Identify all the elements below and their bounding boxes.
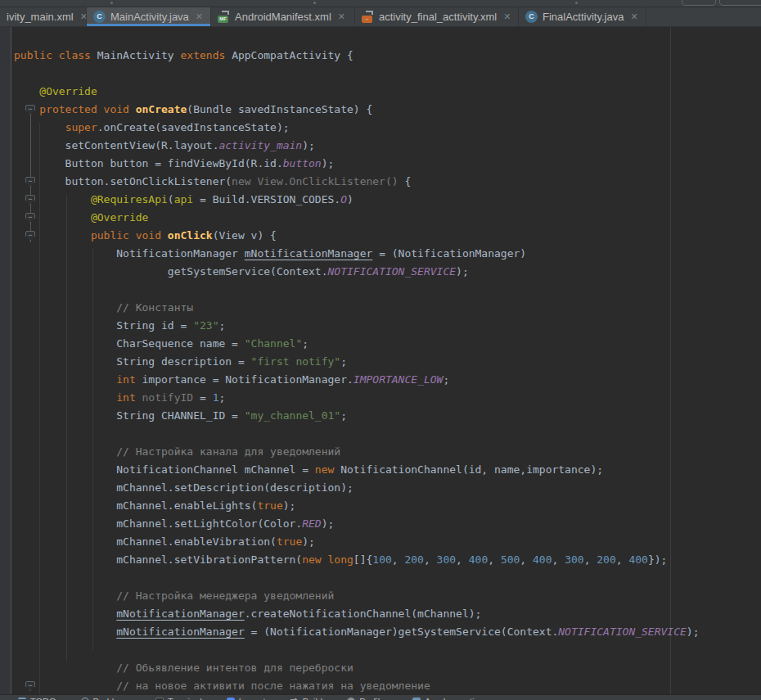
code-line: // Настройка канала для уведомлений [14, 443, 700, 461]
code-line: protected void onCreate(Bundle savedInst… [14, 101, 700, 119]
tab-label: AndroidManifest.xml [235, 11, 331, 23]
tool-window-label: Profiler [359, 697, 388, 700]
close-tab-icon[interactable]: ✕ [503, 11, 511, 22]
toolbar-icon[interactable] [110, 2, 113, 4]
code-line: button.setOnClickListener(new View.OnCli… [14, 173, 700, 191]
code-line: // Константы [14, 299, 700, 317]
code-line: setContentView(R.layout.activity_main); [14, 137, 700, 155]
code-line: @Override [14, 209, 700, 227]
code-line [14, 65, 700, 83]
code-line: public void onClick(View v) { [14, 227, 700, 245]
code-line: NotificationManager mNotificationManager… [14, 245, 700, 263]
run-button-group[interactable] [682, 0, 716, 6]
editor-tab-bar: ivity_main.xml✕CMainActivity.java✕MFAndr… [0, 7, 761, 27]
tool-window-button-terminal[interactable]: Terminal [155, 697, 202, 700]
tab-label: ivity_main.xml [7, 11, 74, 23]
code-line: mNotificationManager.createNotificationC… [14, 605, 700, 623]
code-line: int importance = NotificationManager.IMP… [14, 371, 700, 389]
code-line [14, 425, 700, 443]
code-line [14, 569, 700, 587]
close-tab-icon[interactable]: ✕ [630, 11, 637, 22]
close-tab-icon[interactable]: ✕ [338, 11, 345, 22]
tab-activity-final-acttivity-xml[interactable]: ··activity_final_acttivity.xml✕ [355, 7, 519, 26]
tab-androidmanifest-xml[interactable]: MFAndroidManifest.xml✕ [211, 7, 355, 26]
code-line: Button button = findViewById(R.id.button… [14, 155, 700, 173]
tool-window-button-todo[interactable]: TODO [18, 697, 56, 700]
code-line: super.onCreate(savedInstanceState); [14, 119, 700, 137]
code-line: // Настройка менеджера уведомлений [14, 587, 700, 605]
code-line: public class MainActivity extends AppCom… [14, 47, 700, 65]
code-line: @Override [14, 83, 700, 101]
code-line: NotificationChannel mChannel = new Notif… [14, 461, 700, 479]
code-line: String id = "23"; [14, 317, 700, 335]
code-line: // Обьявление интентов для переброски [14, 659, 700, 677]
main-toolbar [0, 0, 761, 7]
code-area[interactable]: public class MainActivity extends AppCom… [0, 47, 700, 694]
code-line: getSystemService(Context.NOTIFICATION_SE… [14, 263, 700, 281]
tool-window-button-app-inspection[interactable]: App Inspection [412, 697, 484, 700]
toolbar-icon[interactable] [575, 2, 578, 4]
code-line: // на новое активити после нажатия на ув… [14, 677, 700, 694]
code-line: mChannel.setVibrationPattern(new long[]{… [14, 551, 700, 569]
close-tab-icon[interactable]: ✕ [80, 11, 87, 22]
tool-window-label: Problems [93, 697, 131, 700]
tool-window-label: Logcat [239, 697, 266, 700]
tool-window-button-logcat[interactable]: Logcat [227, 697, 266, 700]
code-line: mChannel.setDescription(description); [14, 479, 700, 497]
tool-window-label: Terminal [168, 697, 202, 700]
tool-window-button-problems[interactable]: Problems [81, 697, 131, 700]
tool-window-label: App Inspection [425, 697, 484, 700]
code-line: mChannel.enableVibration(true); [14, 533, 700, 551]
code-line: mNotificationManager = (NotificationMana… [14, 623, 700, 641]
device-button-group[interactable] [719, 0, 761, 6]
code-line: mChannel.setLightColor(Color.RED); [14, 515, 700, 533]
tool-window-label: TODO [30, 697, 56, 700]
code-line: mChannel.enableLights(true); [14, 497, 700, 515]
code-line [14, 641, 700, 659]
tool-window-bar: TODOProblemsTerminalLogcatBuildProfilerA… [0, 694, 761, 700]
code-line: String description = "first notify"; [14, 353, 700, 371]
tab-finalacttivity-java[interactable]: CFinalActtivity.java✕ [519, 7, 646, 26]
tab-label: FinalActtivity.java [543, 11, 624, 23]
tab-mainactivity-java[interactable]: CMainActivity.java✕ [87, 7, 211, 26]
close-tab-icon[interactable]: ✕ [196, 11, 203, 22]
tab-label: MainActivity.java [110, 11, 189, 23]
manifest-file-icon: MF [218, 11, 230, 23]
layout-file-icon: ·· [362, 11, 374, 23]
code-line: @RequiresApi(api = Build.VERSION_CODES.O… [14, 191, 700, 209]
java-class-icon: C [525, 11, 538, 23]
java-class-icon: C [93, 11, 106, 23]
tab-label: activity_final_acttivity.xml [379, 11, 497, 23]
tool-window-button-profiler[interactable]: Profiler [347, 697, 388, 700]
ide-window: ivity_main.xml✕CMainActivity.java✕MFAndr… [0, 0, 761, 700]
code-line: int notifyID = 1; [14, 389, 700, 407]
tool-window-label: Build [303, 697, 322, 700]
code-line: String CHANNEL_ID = "my_channel_01"; [14, 407, 700, 425]
code-line: CharSequence name = "Channel"; [14, 335, 700, 353]
code-editor[interactable]: public class MainActivity extends AppCom… [0, 27, 761, 694]
toolbar-icon[interactable] [313, 2, 316, 4]
tab-ivity-main-xml[interactable]: ivity_main.xml✕ [0, 7, 87, 26]
tool-window-button-build[interactable]: Build [290, 697, 322, 700]
code-line [14, 281, 700, 299]
